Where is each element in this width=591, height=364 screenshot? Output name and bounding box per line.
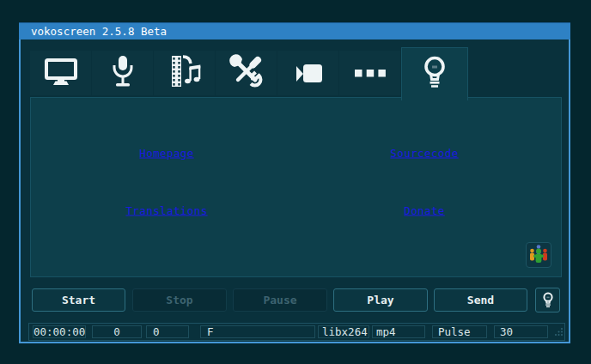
pause-button[interactable]: Pause bbox=[233, 288, 327, 312]
stop-button[interactable]: Stop bbox=[132, 288, 227, 312]
lightbulb-small-icon bbox=[541, 294, 555, 306]
monitor-icon bbox=[45, 58, 77, 88]
status-fps: 30 bbox=[494, 325, 548, 338]
status-counter-1: 0 bbox=[92, 325, 142, 338]
status-counter-2: 0 bbox=[146, 325, 189, 338]
vokoscreen-window: vokoscreen 2.5.8 Beta bbox=[19, 22, 570, 343]
start-button[interactable]: Start bbox=[32, 288, 125, 312]
tab-video[interactable] bbox=[154, 51, 215, 95]
status-format: mp4 bbox=[372, 325, 425, 338]
tab-about[interactable] bbox=[401, 47, 468, 100]
translations-link[interactable]: Translations bbox=[125, 204, 207, 217]
microphone-icon bbox=[112, 55, 134, 92]
about-panel: Homepage Sourcecode Translations Donate bbox=[30, 97, 562, 277]
donate-link[interactable]: Donate bbox=[404, 204, 445, 217]
window-body: Homepage Sourcecode Translations Donate bbox=[19, 39, 570, 343]
titlebar[interactable]: vokoscreen 2.5.8 Beta bbox=[19, 22, 570, 39]
film-music-icon bbox=[168, 54, 202, 92]
play-button[interactable]: Play bbox=[333, 288, 428, 312]
resize-grip[interactable] bbox=[554, 326, 564, 339]
ellipsis-icon bbox=[353, 65, 387, 82]
credits-button[interactable] bbox=[526, 242, 551, 268]
status-audio: Pulse bbox=[432, 325, 487, 338]
sourcecode-link[interactable]: Sourcecode bbox=[390, 147, 458, 160]
help-bulb-button[interactable] bbox=[535, 288, 560, 312]
status-videocodec: libx264 bbox=[318, 325, 369, 338]
lightbulb-icon bbox=[420, 55, 449, 94]
status-time: 00:00:00 bbox=[33, 325, 86, 338]
tab-settings[interactable] bbox=[216, 51, 277, 95]
webcam-icon bbox=[293, 58, 324, 88]
tools-icon bbox=[229, 54, 264, 92]
status-mode: F bbox=[200, 325, 315, 338]
tab-more[interactable] bbox=[339, 51, 400, 95]
status-bar: 00:00:00 0 0 F libx264 mp4 Pulse 30 bbox=[28, 323, 565, 341]
people-icon bbox=[528, 243, 549, 267]
tab-bar bbox=[30, 47, 468, 100]
send-button[interactable]: Send bbox=[434, 288, 527, 312]
homepage-link[interactable]: Homepage bbox=[139, 147, 193, 160]
tab-webcam[interactable] bbox=[277, 51, 338, 95]
window-title: vokoscreen 2.5.8 Beta bbox=[31, 25, 167, 38]
tab-audio[interactable] bbox=[92, 51, 153, 95]
tab-screen[interactable] bbox=[30, 51, 91, 95]
